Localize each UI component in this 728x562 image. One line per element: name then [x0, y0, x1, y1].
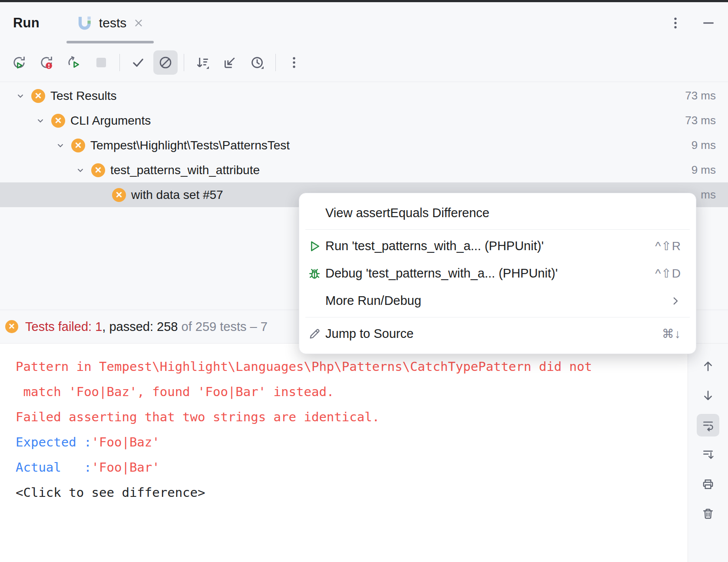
menu-separator — [305, 229, 690, 230]
clear-console-icon[interactable] — [697, 502, 719, 525]
toolbar-separator — [119, 54, 120, 71]
tree-row-patterns-test[interactable]: Tempest\Highlight\Tests\PatternsTest 9 m… — [0, 133, 728, 158]
tree-row-label: Tempest\Highlight\Tests\PatternsTest — [90, 139, 290, 152]
tree-row-time: 73 ms — [685, 89, 728, 102]
console-line: Pattern in Tempest\Highlight\Languages\P… — [16, 354, 688, 379]
console-line: match 'Foo|Baz', found 'Foo|Bar' instead… — [16, 379, 688, 404]
tool-window-header: Run tests — [0, 2, 728, 43]
next-failed-test-icon[interactable] — [697, 384, 719, 407]
shortcut-hint: ^⇧R — [655, 239, 681, 253]
tree-row-label: Test Results — [50, 89, 117, 103]
menu-separator — [305, 317, 690, 317]
tree-row-label: CLI Arguments — [70, 114, 151, 128]
print-icon[interactable] — [697, 473, 719, 496]
console-line: Failed asserting that two strings are id… — [16, 404, 688, 430]
test-history-icon[interactable] — [245, 50, 269, 75]
rerun-automatically-icon[interactable] — [62, 50, 86, 75]
tree-row-test-patterns-with-attribute[interactable]: test_patterns_with_attribute 9 ms — [0, 158, 728, 182]
prev-failed-test-icon[interactable] — [697, 355, 719, 377]
sort-icon[interactable] — [190, 50, 215, 75]
test-failed-icon — [31, 89, 45, 103]
tree-row-time: 73 ms — [685, 114, 728, 127]
chevron-down-icon[interactable] — [35, 115, 46, 126]
toolbar-separator — [275, 54, 276, 71]
shortcut-hint: ^⇧D — [655, 266, 681, 281]
tool-window-title: Run — [13, 15, 40, 31]
menu-item-debug-test[interactable]: Debug 'test_patterns_with_a... (PHPUnit)… — [299, 260, 696, 287]
show-passed-icon[interactable] — [126, 50, 150, 75]
tree-row-label: test_patterns_with_attribute — [110, 163, 260, 177]
status-failed-count: Tests failed: 1 — [25, 320, 102, 334]
console-line-diff-link[interactable]: <Click to see difference> — [16, 480, 688, 505]
chevron-down-icon[interactable] — [55, 140, 66, 151]
tests-failed-icon — [5, 320, 18, 333]
test-failed-icon — [71, 139, 85, 152]
toolbar-separator — [184, 54, 184, 71]
menu-item-run-test[interactable]: Run 'test_patterns_with_a... (PHPUnit)' … — [299, 232, 696, 260]
scroll-to-end-icon[interactable] — [697, 443, 719, 466]
test-failed-icon — [112, 188, 126, 202]
soft-wrap-icon[interactable] — [697, 414, 719, 436]
menu-item-more-run-debug[interactable]: More Run/Debug — [299, 287, 696, 314]
console-line-expected: Expected :'Foo|Baz' — [16, 430, 688, 455]
context-menu: View assertEquals Difference Run 'test_p… — [299, 193, 696, 354]
tree-row-test-results[interactable]: Test Results 73 ms — [0, 83, 728, 108]
import-test-results-icon[interactable] — [218, 50, 242, 75]
menu-item-jump-to-source[interactable]: Jump to Source ⌘↓ — [299, 320, 696, 347]
kebab-menu-icon[interactable] — [668, 16, 683, 30]
header-actions — [668, 16, 728, 30]
tab-tests[interactable]: tests — [66, 2, 155, 43]
debug-icon — [307, 266, 322, 281]
menu-item-view-assertequals-difference[interactable]: View assertEquals Difference — [299, 199, 696, 227]
phpunit-icon — [76, 15, 93, 31]
tree-row-time: 9 ms — [692, 139, 728, 152]
console-side-toolbar — [688, 343, 728, 562]
tab-label: tests — [99, 16, 126, 30]
tree-row-time: ms — [701, 188, 728, 202]
console-output[interactable]: Pattern in Tempest\Highlight\Languages\P… — [0, 343, 688, 562]
rerun-icon[interactable] — [7, 50, 31, 75]
run-toolbar — [0, 43, 728, 82]
run-icon — [307, 239, 322, 254]
rerun-failed-tests-icon[interactable] — [34, 50, 59, 75]
test-failed-icon — [91, 163, 105, 177]
console-line-actual: Actual :'Foo|Bar' — [16, 455, 688, 480]
stop-icon[interactable] — [89, 50, 113, 75]
shortcut-hint: ⌘↓ — [662, 327, 681, 341]
submenu-arrow-icon — [670, 295, 681, 307]
close-icon[interactable] — [133, 17, 144, 29]
minimize-icon[interactable] — [701, 16, 716, 30]
test-failed-icon — [51, 114, 65, 128]
tree-row-time: 9 ms — [692, 163, 728, 177]
empty-icon-slot — [307, 206, 322, 221]
show-ignored-icon[interactable] — [153, 50, 178, 75]
pencil-icon — [307, 327, 322, 341]
status-summary: of 259 tests – 7 — [178, 320, 267, 334]
chevron-down-icon[interactable] — [75, 165, 86, 176]
status-text: Tests failed: 1, passed: 258 of 259 test… — [25, 320, 268, 334]
status-passed-count: , passed: 258 — [102, 320, 178, 334]
chevron-down-icon[interactable] — [15, 90, 26, 102]
empty-icon-slot — [307, 294, 322, 308]
tree-row-label: with data set #57 — [131, 188, 223, 202]
more-options-icon[interactable] — [282, 50, 306, 75]
run-tool-window: Run tests — [0, 0, 728, 562]
tree-row-cli-arguments[interactable]: CLI Arguments 73 ms — [0, 108, 728, 133]
